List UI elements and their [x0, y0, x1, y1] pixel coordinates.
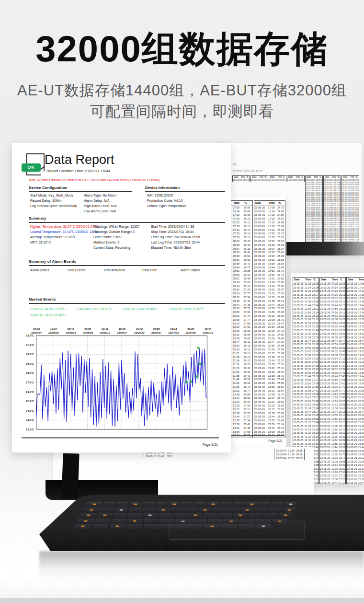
table-row: 23-05-2610:4426.13 — [230, 340, 252, 344]
cell-time: 12:50 — [233, 419, 243, 423]
cell-date: 23-05-26 — [347, 446, 358, 449]
device-config-row: Alarm Delay: N/A — [84, 199, 110, 202]
cell-time: 00:26 — [305, 400, 312, 403]
table-row: 23-05-2612:0826.85 — [230, 393, 252, 397]
table-row: 23-05-2622:0825.70 — [347, 460, 364, 464]
cell-time: 18:38 — [358, 336, 364, 339]
cell-date: 23-05-26 — [269, 179, 277, 181]
table-row: 23-05-2611:0226.13 — [230, 352, 252, 356]
cell-temp: 26.13 — [339, 311, 345, 314]
table-row: 23-05-2622:3825.97 — [254, 412, 285, 416]
table-row: 23-05-2521:0825.98 — [293, 282, 318, 286]
table-row: 23-05-2501:3226.31 — [293, 439, 318, 442]
cell-time: 22:20 — [268, 400, 277, 404]
cell-temp: 27.48 — [243, 303, 252, 307]
cell-date: 23-05-26 — [254, 385, 268, 389]
table-row: 23-05-2621:5025.53 — [347, 450, 364, 453]
cell-temp: 25.97 — [277, 288, 285, 292]
table-header-row: DateTime°C — [293, 278, 318, 282]
table-row: 23-05-2608:0826.31 — [320, 318, 345, 321]
table-row: 23-05-2619:0225.81 — [347, 350, 364, 353]
table-row: 23-05-2523:5627.38 — [293, 382, 318, 385]
cell-temp: 26.92 — [243, 273, 252, 277]
keyboard-key — [127, 519, 142, 524]
cell-date: 23-05-25 — [293, 354, 305, 357]
table-row: 23-05-2617:4425.09 — [254, 229, 285, 232]
y-axis-tick: 25.9°C — [21, 400, 34, 403]
table-row: 23-05-2622:5626.14 — [254, 423, 285, 427]
cell-date: 23-05-26 — [347, 481, 358, 484]
cell-date: 23-05-26 — [347, 467, 358, 471]
cell-time: 08:32 — [233, 258, 243, 262]
page2-table: DateTime°C23-05-2617:0824.7523-05-2617:1… — [254, 200, 285, 438]
cell-date: 23-05-26 — [347, 421, 358, 424]
cell-time: 19:38 — [268, 300, 277, 303]
table-row: 23-05-2621:2025.26 — [347, 431, 364, 435]
cell-time: 08:20 — [331, 325, 339, 328]
cell-temp: 26.14 — [312, 311, 318, 314]
cell-time: 09:44 — [233, 303, 243, 307]
cell-time: 07:20 — [331, 290, 339, 293]
table-row: 23-05-2607:3226.13 — [230, 221, 252, 225]
cell-time: 01:38 — [305, 442, 312, 446]
cell-time: 07:44 — [331, 304, 339, 307]
cell-temp: 26.01 — [312, 425, 318, 428]
cell-temp: 26.13 — [243, 229, 252, 232]
summary-row: Marked Events: 5 — [93, 241, 119, 244]
cell-temp: 27.34 — [243, 419, 252, 423]
cell-temp: 26.13 — [243, 236, 252, 240]
device-config-row: Start Mode: Key_Start_Mode — [30, 194, 73, 197]
cell-time: 23:14 — [305, 357, 312, 360]
table-row: 23-05-2500:2625.98 — [293, 400, 318, 403]
cell-date: 23-05-26 — [347, 360, 358, 364]
table-row: 23-05-2501:2626.31 — [293, 435, 318, 439]
key-legend — [161, 509, 165, 510]
cell-time: 19:44 — [268, 303, 277, 307]
cell-time: 21:26 — [305, 293, 312, 297]
table-row: 23-05-2622:5026.08 — [254, 419, 285, 423]
key-legend — [103, 515, 107, 516]
cell-time: 18:20 — [268, 251, 277, 255]
cell-time: 07:08 — [233, 206, 243, 210]
keyboard-key — [92, 524, 108, 529]
x-axis-tick-date: 23/06/22 — [131, 331, 148, 334]
cell-time: 10:08 — [233, 318, 243, 322]
cell-temp: 26.06 — [243, 210, 252, 214]
cell-temp: 24.92 — [277, 217, 285, 221]
cell-temp: 26.07 — [312, 293, 318, 297]
table-row: 23-05-2611:2626.31 — [230, 367, 252, 371]
table-row: 23-05-2610:2626.06 — [230, 329, 252, 333]
cell-temp: 26.63 — [339, 450, 345, 453]
cell-temp: 27.03 — [312, 354, 318, 357]
cell-date: 23-05-25 — [293, 389, 305, 393]
cell-time: 20:44 — [268, 340, 277, 344]
cell-time: 20:08 — [268, 318, 277, 322]
table-row: 23-05-2617:0824.75 — [269, 179, 286, 181]
cell-temp: 26.62 — [312, 332, 318, 336]
table-row: 23-05-2609:5027.55 — [230, 307, 252, 311]
table-header-cell: Time — [268, 201, 277, 206]
cell-time: 10:38 — [233, 337, 243, 341]
cell-temp: 26.63 — [243, 258, 252, 262]
keyboard-key — [78, 519, 94, 524]
cell-time: 09:38 — [331, 371, 339, 375]
keyboard-key — [259, 502, 271, 507]
cell-time: 07:08 — [259, 179, 264, 181]
table-row: 23-05-2620:1426.47 — [254, 322, 285, 326]
cell-date: 23-05-26 — [254, 337, 268, 341]
cell-time: 20:26 — [268, 329, 277, 333]
table-header-cell: °C — [282, 176, 286, 179]
page3-header-partial-2: n Time: 23/07/11 15:44 — [233, 169, 262, 172]
cell-time: 20:20 — [358, 396, 364, 399]
table-row: 23-05-2610:3826.06 — [230, 337, 252, 341]
keyboard-key — [272, 502, 284, 507]
table-row: 23-05-2609:3827.41 — [230, 300, 252, 303]
cell-time: 22:32 — [305, 332, 312, 336]
table-row: 23-05-2610:2027.92 — [320, 396, 345, 399]
cell-temp: 26.85 — [243, 393, 252, 397]
table-header-row: DateTime°C — [254, 201, 285, 206]
table-row: 23-05-2523:1427.05 — [293, 357, 318, 360]
cell-time: 10:02 — [331, 385, 339, 389]
table-row: 23-05-2621:4425.48 — [254, 378, 285, 382]
cell-date: 23-05-26 — [254, 213, 268, 217]
